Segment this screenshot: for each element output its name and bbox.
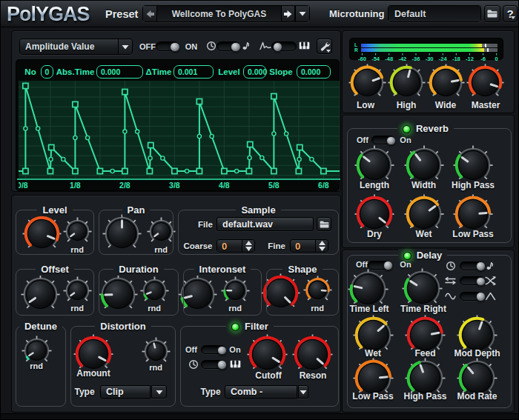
sample-fine-spinner-stepper[interactable] xyxy=(315,240,328,252)
filter-type-button[interactable] xyxy=(298,385,308,399)
reverb-on-label: On xyxy=(400,136,411,144)
out-high-knob[interactable] xyxy=(386,62,427,103)
meter-left-fill xyxy=(361,44,482,47)
triangle-wave-icon xyxy=(485,292,496,301)
plugin-window: PolYGAS Preset Wellcome To PolyGAS Micro… xyxy=(0,0,519,420)
sample-file-field[interactable]: default.wav xyxy=(216,217,314,231)
svg-text:1/8: 1/8 xyxy=(70,181,81,190)
sample-fine-spinner-value[interactable]: 0 xyxy=(291,240,315,252)
preset-menu-button[interactable] xyxy=(295,6,309,21)
filter-enable-toggle[interactable] xyxy=(201,345,226,354)
envelope-tools-button[interactable] xyxy=(317,39,332,54)
svg-text:-18: -18 xyxy=(452,55,460,61)
delay-tempo-toggle[interactable] xyxy=(460,261,485,270)
preset-label: Preset xyxy=(105,1,138,27)
folder-icon xyxy=(320,221,329,228)
filter-type-label: Type xyxy=(200,387,220,397)
vu-meter: LR-60-54-48-42-36-30-24-18-12-60 xyxy=(349,38,503,60)
folder-icon xyxy=(487,10,497,18)
svg-text:0: 0 xyxy=(495,55,498,61)
envelope-panel: Amplitude Value OFF ON No0Abs.Time0.000Δ… xyxy=(11,30,341,192)
envelope-off-label: OFF xyxy=(139,42,156,51)
out-wide-knob[interactable] xyxy=(426,62,466,103)
preset-group: Wellcome To PolyGAS xyxy=(142,5,310,22)
keyboard-icon xyxy=(299,41,310,50)
group-level: Level xyxy=(16,210,94,255)
preset-next-button[interactable] xyxy=(281,6,295,21)
envelope-enable-toggle[interactable] xyxy=(156,41,179,51)
meter-left-label: L xyxy=(354,42,358,47)
sample-fine-label: Fine xyxy=(268,241,285,250)
delay-enable-toggle-knob xyxy=(383,261,393,270)
meter-right-peak xyxy=(487,48,489,52)
delay-enable-toggle[interactable] xyxy=(368,261,392,270)
meter-left-track xyxy=(361,44,497,47)
delay-tempo-toggle-knob xyxy=(476,261,486,271)
group-pan: Pan xyxy=(99,210,173,255)
help-button[interactable]: ? xyxy=(503,5,518,22)
preset-name-field[interactable]: Wellcome To PolyGAS xyxy=(157,6,281,21)
sine-wave-icon xyxy=(445,292,456,301)
envelope-editor: No0Abs.Time0.000ΔTime0.001Level0.000Slop… xyxy=(16,59,340,191)
svg-text:3/8: 3/8 xyxy=(169,181,180,190)
sample-fine-spinner: 0 xyxy=(290,239,328,253)
distortion-type-field[interactable]: Clip xyxy=(100,385,151,399)
out-master-label: Master xyxy=(472,100,500,110)
sample-file-browse-button[interactable] xyxy=(317,217,331,231)
meter-left-peak xyxy=(485,44,486,47)
out-master-knob[interactable] xyxy=(465,62,506,103)
microtuning-load-button[interactable] xyxy=(484,5,500,22)
filter-type-field[interactable]: Comb - xyxy=(225,385,297,399)
arrow-left-icon xyxy=(145,10,155,19)
arrows-cross-icon xyxy=(485,276,496,285)
envelope-tempo-toggle[interactable] xyxy=(216,41,240,51)
svg-text:-48: -48 xyxy=(385,55,393,61)
sample-coarse-spinner-value[interactable]: 0 xyxy=(217,240,242,252)
reverb-enable-toggle[interactable] xyxy=(371,136,395,144)
chevron-down-icon xyxy=(326,50,331,53)
chevron-down-icon xyxy=(156,390,163,395)
logo: PolYGAS xyxy=(7,2,90,26)
filter-keytrack-toggle[interactable] xyxy=(201,360,226,369)
chevron-down-icon xyxy=(299,11,306,16)
svg-text:-12: -12 xyxy=(466,55,474,61)
out-low-label: Low xyxy=(357,100,374,110)
group-interonset: Interonset xyxy=(183,269,262,316)
svg-text:-36: -36 xyxy=(412,55,420,61)
envelope-target-dropdown-button[interactable] xyxy=(118,39,132,54)
sample-coarse-spinner: 0 xyxy=(216,239,255,253)
svg-text:-54: -54 xyxy=(371,55,380,61)
svg-text:5/8: 5/8 xyxy=(268,181,280,190)
arrows-parallel-icon xyxy=(445,276,456,285)
note-icon xyxy=(241,41,251,51)
chevron-down-icon xyxy=(511,16,515,19)
distortion-type-button[interactable] xyxy=(151,385,167,399)
meter-scale: -60-54-48-42-36-30-24-18-12-60 xyxy=(350,53,504,61)
filter-off-label: Off xyxy=(185,345,197,354)
envelope-graph[interactable]: 0/81/82/83/84/85/86/8 xyxy=(16,60,340,192)
svg-text:4/8: 4/8 xyxy=(219,181,230,190)
delay-lfo-shape-toggle[interactable] xyxy=(460,292,485,301)
delay-lfo-shape-toggle-knob xyxy=(476,292,486,301)
window-bottom-strip xyxy=(1,413,519,420)
envelope-keytrack-toggle[interactable] xyxy=(271,41,297,51)
microtuning-label: Microtuning xyxy=(329,1,384,27)
meter-right-label: R xyxy=(354,47,358,53)
clock-icon xyxy=(446,261,456,271)
envelope-target-dropdown[interactable]: Amplitude Value xyxy=(19,39,133,55)
sample-file-label: File xyxy=(198,220,213,229)
filter-on-label: On xyxy=(229,345,240,354)
meter-right-fill xyxy=(361,48,484,52)
group-offset: Offset xyxy=(16,269,94,316)
delay-pingpong-toggle[interactable] xyxy=(460,276,485,285)
delay-on-label: On xyxy=(400,260,411,269)
distortion-type-label: Type xyxy=(74,387,94,397)
out-wide-label: Wide xyxy=(435,100,457,110)
out-low-knob[interactable] xyxy=(347,62,388,103)
svg-text:-6: -6 xyxy=(480,55,486,61)
svg-text:-42: -42 xyxy=(398,55,406,61)
sample-coarse-spinner-stepper[interactable] xyxy=(242,240,254,252)
preset-prev-button[interactable] xyxy=(143,6,157,21)
microtuning-field[interactable]: Default xyxy=(389,6,480,21)
meter-channel-labels: LR xyxy=(354,42,358,53)
